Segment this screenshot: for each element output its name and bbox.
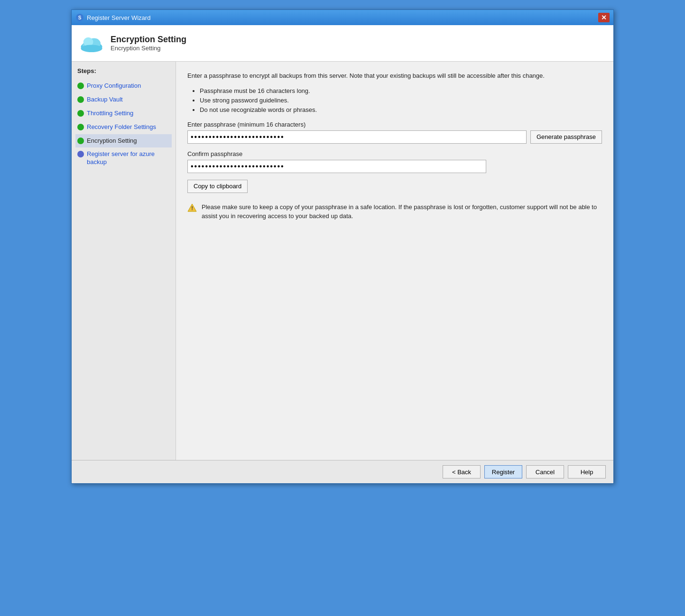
- header-text: Encryption Setting Encryption Setting: [111, 35, 186, 52]
- step-dot-register: [77, 151, 84, 157]
- bullet-item-3: Do not use recognizable words or phrases…: [200, 106, 602, 113]
- sidebar-item-recovery-folder[interactable]: Recovery Folder Settings: [75, 120, 172, 134]
- help-button[interactable]: Help: [568, 465, 606, 478]
- sidebar-label-encryption: Encryption Setting: [87, 137, 137, 145]
- warning-text: Please make sure to keep a copy of your …: [202, 202, 602, 221]
- sidebar-item-throttling[interactable]: Throttling Setting: [75, 107, 172, 120]
- bullet-list: Passphrase must be 16 characters long. U…: [192, 87, 602, 113]
- warning-box: ! Please make sure to keep a copy of you…: [187, 201, 602, 223]
- step-dot-throttling: [77, 110, 84, 117]
- register-button[interactable]: Register: [484, 465, 522, 478]
- cancel-button[interactable]: Cancel: [526, 465, 564, 478]
- passphrase-label: Enter passphrase (minimum 16 characters): [187, 121, 602, 128]
- description-text: Enter a passphrase to encrypt all backup…: [187, 71, 602, 81]
- svg-text:!: !: [191, 205, 193, 211]
- content-area: Enter a passphrase to encrypt all backup…: [176, 62, 613, 460]
- sidebar-label-recovery: Recovery Folder Settings: [87, 123, 156, 131]
- window-title: Register Server Wizard: [87, 14, 150, 21]
- sidebar-label-proxy: Proxy Configuration: [87, 82, 141, 90]
- page-title: Encryption Setting: [111, 35, 186, 45]
- warning-icon: !: [187, 203, 197, 212]
- svg-point-6: [81, 45, 102, 52]
- passphrase-row: Generate passphrase: [187, 130, 602, 144]
- close-button[interactable]: ✕: [598, 13, 610, 22]
- sidebar-label-throttling: Throttling Setting: [87, 110, 133, 118]
- app-icon: S: [75, 13, 84, 22]
- bullet-item-2: Use strong password guidelines.: [200, 97, 602, 104]
- confirm-label: Confirm passphrase: [187, 150, 602, 157]
- steps-label: Steps:: [75, 67, 172, 74]
- sidebar-item-backup-vault[interactable]: Backup Vault: [75, 93, 172, 107]
- sidebar-item-register-server[interactable]: Register server for azure backup: [75, 147, 172, 169]
- bullet-item-1: Passphrase must be 16 characters long.: [200, 87, 602, 94]
- title-bar: S Register Server Wizard ✕: [72, 10, 613, 25]
- footer-bar: < Back Register Cancel Help: [72, 460, 613, 483]
- header-section: Encryption Setting Encryption Setting: [72, 25, 613, 62]
- sidebar: Steps: Proxy Configuration Backup Vault …: [72, 62, 176, 460]
- sidebar-item-proxy-configuration[interactable]: Proxy Configuration: [75, 79, 172, 93]
- sidebar-label-register: Register server for azure backup: [87, 150, 170, 166]
- step-dot-proxy: [77, 83, 84, 89]
- sidebar-item-encryption[interactable]: Encryption Setting: [75, 134, 172, 148]
- back-button[interactable]: < Back: [443, 465, 481, 478]
- generate-passphrase-button[interactable]: Generate passphrase: [530, 130, 602, 144]
- page-subtitle: Encryption Setting: [111, 45, 186, 52]
- step-dot-vault: [77, 96, 84, 103]
- step-dot-encryption: [77, 138, 84, 144]
- step-dot-recovery: [77, 124, 84, 130]
- copy-to-clipboard-button[interactable]: Copy to clipboard: [187, 180, 248, 193]
- passphrase-input[interactable]: [187, 130, 527, 144]
- cloud-icon: [79, 31, 104, 55]
- confirm-passphrase-input[interactable]: [187, 160, 486, 173]
- sidebar-label-vault: Backup Vault: [87, 96, 123, 104]
- svg-text:S: S: [78, 15, 82, 20]
